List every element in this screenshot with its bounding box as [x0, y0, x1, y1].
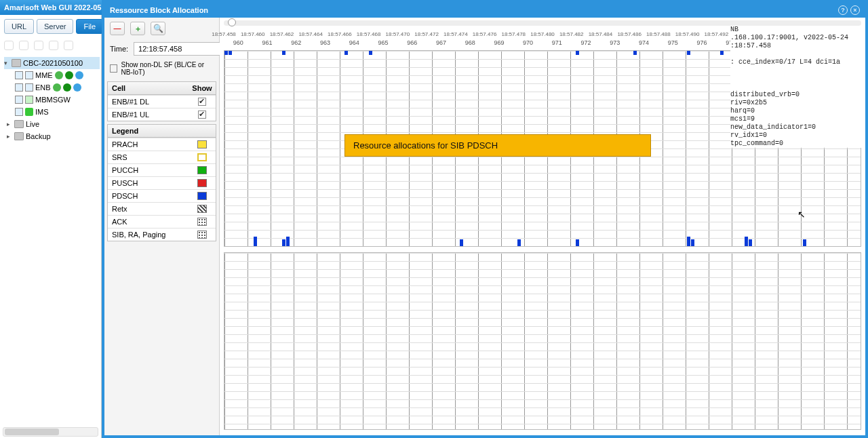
sidebar: URL Server File ▾ CBC-2021050100 MME ENB	[0, 15, 102, 438]
folder-icon	[12, 59, 21, 67]
nav-fwd-icon[interactable]	[19, 41, 28, 50]
node-icon	[25, 83, 33, 92]
legend-swatch	[197, 166, 207, 174]
main-panel: Ressource Block Allocation ? × — ＋ 🔍 Tim…	[102, 0, 868, 438]
legend-row: PDSCH	[108, 189, 216, 202]
sidebar-scrollbar[interactable]	[3, 427, 98, 437]
pdsch-bar[interactable]	[687, 237, 690, 246]
tree-mbmsgw[interactable]: MBMSGW	[4, 94, 100, 106]
close-icon[interactable]: ×	[850, 5, 860, 15]
pdsch-bar[interactable]	[691, 239, 694, 246]
tree-mme[interactable]: MME	[4, 69, 100, 81]
legend-table: Legend PRACHSRSPUCCHPUSCHPDSCHRetxACKSIB…	[107, 124, 216, 241]
cell-row[interactable]: ENB/#1 DL	[108, 95, 216, 108]
pdsch-bar[interactable]	[745, 237, 748, 246]
info-icon	[73, 83, 81, 92]
file-button[interactable]: File	[76, 19, 103, 34]
help-icon[interactable]: ?	[838, 5, 848, 15]
chevron-down-icon: ▾	[4, 60, 9, 66]
download-icon	[25, 96, 33, 104]
pdsch-bar[interactable]	[576, 51, 579, 55]
legend-header: Legend	[108, 125, 189, 137]
pdsch-bar[interactable]	[229, 51, 232, 55]
running-icon	[65, 71, 73, 79]
node-icon	[15, 83, 23, 92]
pdsch-bar[interactable]	[286, 237, 290, 246]
legend-swatch	[197, 179, 207, 187]
tree-label: ENB	[35, 83, 51, 92]
settings-icon[interactable]	[49, 41, 58, 50]
pdsch-bar[interactable]	[803, 239, 806, 246]
node-icon	[25, 71, 33, 79]
cell-label: ENB/#1 DL	[108, 96, 189, 108]
refresh-icon[interactable]	[34, 41, 43, 50]
controls-column: — ＋ 🔍 Time: Show non-DL SF (BL/CE or NB-…	[104, 18, 220, 435]
cell-header: Cell	[108, 82, 189, 94]
pdsch-bar[interactable]	[224, 51, 228, 55]
tree-ims[interactable]: IMS	[4, 106, 100, 118]
time-slider[interactable]	[224, 20, 861, 26]
node-icon	[15, 96, 23, 104]
mouse-cursor-icon: ↖	[797, 209, 806, 220]
pdsch-bar[interactable]	[517, 239, 521, 246]
legend-swatch	[197, 205, 207, 213]
pdsch-bar[interactable]	[720, 51, 724, 55]
tree-root[interactable]: ▾ CBC-2021050100	[4, 57, 100, 69]
pdsch-bar[interactable]	[687, 51, 690, 55]
pdsch-bar[interactable]	[254, 237, 257, 246]
legend-label: Retx	[108, 203, 189, 215]
pdsch-bar[interactable]	[633, 51, 637, 55]
nav-back-icon[interactable]	[4, 41, 14, 50]
zoom-out-button[interactable]: —	[110, 22, 125, 35]
pdsch-bar[interactable]	[369, 51, 372, 55]
server-button[interactable]: Server	[37, 19, 73, 34]
legend-row: ACK	[108, 215, 216, 228]
show-header: Show	[189, 82, 216, 94]
show-nondl-label: Show non-DL SF (BL/CE or NB-IoT)	[121, 61, 214, 76]
pdsch-bar[interactable]	[576, 239, 579, 246]
pdsch-bar[interactable]	[282, 239, 285, 246]
legend-label: PDSCH	[108, 190, 189, 202]
chart-ul-grid[interactable]	[224, 252, 861, 430]
legend-row: SIB, RA, Paging	[108, 228, 216, 241]
pdsch-bar[interactable]	[460, 239, 463, 246]
node-icon	[15, 108, 23, 116]
legend-label: PUSCH	[108, 177, 189, 189]
legend-row: Retx	[108, 202, 216, 215]
chevron-right-icon: ▸	[7, 121, 12, 127]
legend-swatch	[197, 153, 207, 161]
running-icon	[63, 83, 71, 92]
legend-row: PUSCH	[108, 176, 216, 189]
legend-label: ACK	[108, 216, 189, 228]
cell-row[interactable]: ENB/#1 UL	[108, 108, 216, 121]
stop-icon[interactable]	[64, 41, 73, 50]
cell-table: Cell Show ENB/#1 DLENB/#1 UL	[107, 81, 216, 121]
slider-knob[interactable]	[228, 18, 236, 26]
file-tree: ▾ CBC-2021050100 MME ENB MBMSGW	[0, 56, 101, 142]
url-button[interactable]: URL	[4, 19, 34, 34]
cell-show-checkbox[interactable]	[198, 98, 206, 106]
cell-label: ENB/#1 UL	[108, 108, 189, 121]
legend-row: PRACH	[108, 138, 216, 151]
tree-label: IMS	[35, 108, 49, 116]
status-ok-icon	[55, 71, 63, 79]
tree-enb[interactable]: ENB	[4, 81, 100, 94]
folder-icon	[14, 120, 24, 128]
minus-icon: —	[114, 24, 121, 33]
tree-backup[interactable]: ▸ Backup	[4, 130, 100, 142]
show-nondl-checkbox[interactable]	[110, 64, 117, 73]
tree-live[interactable]: ▸ Live	[4, 118, 100, 130]
pdsch-bar[interactable]	[282, 51, 285, 55]
pdsch-bar[interactable]	[344, 51, 348, 55]
pdsch-bar[interactable]	[749, 239, 752, 246]
info-icon	[75, 71, 83, 79]
legend-label: PRACH	[108, 138, 189, 151]
legend-swatch	[197, 218, 207, 226]
node-icon	[15, 71, 23, 79]
search-button[interactable]: 🔍	[151, 22, 165, 35]
cell-show-checkbox[interactable]	[198, 111, 206, 119]
zoom-in-button[interactable]: ＋	[130, 22, 145, 35]
tree-label: MME	[35, 71, 53, 79]
sidebar-toolbar	[0, 38, 101, 56]
plus-icon: ＋	[134, 24, 142, 34]
